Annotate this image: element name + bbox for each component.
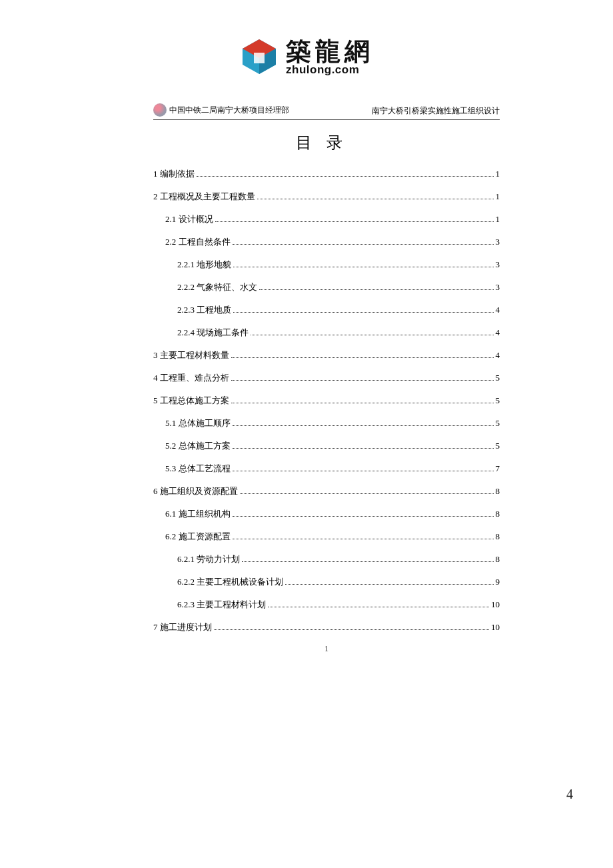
toc-row: 5.1 总体施工顺序5 [153,417,500,429]
toc-entry-page: 4 [496,350,500,361]
toc-entry-page: 10 [491,622,500,633]
logo-text: 築龍網 zhulong.com [286,39,374,75]
toc-entry-page: 5 [496,418,500,429]
toc-entry-label: 7 施工进度计划 [153,621,212,633]
toc-row: 6.2.3 主要工程材料计划10 [153,599,500,611]
toc-row: 6.2.2 主要工程机械设备计划9 [153,576,500,588]
org-logo-icon [153,103,167,117]
toc-row: 2.1 设计概况1 [153,213,500,225]
toc-entry-label: 2.2.2 气象特征、水文 [177,281,257,293]
toc-entry-page: 8 [496,486,500,497]
toc-leader-dots [257,192,494,199]
toc-entry-page: 4 [496,327,500,338]
site-logo: 築龍網 zhulong.com [239,37,374,77]
toc-entry-page: 8 [496,509,500,519]
toc-entry-label: 2.1 设计概况 [165,213,213,225]
toc-leader-dots [240,487,494,494]
site-header: 築龍網 zhulong.com [0,0,613,90]
toc-leader-dots [214,623,489,630]
toc-row: 2.2.1 地形地貌3 [153,259,500,271]
doc-header: 中国中铁二局南宁大桥项目经理部 南宁大桥引桥梁实施性施工组织设计 [153,103,500,120]
toc-entry-label: 6.2.1 劳动力计划 [177,553,240,565]
toc-row: 6.2.1 劳动力计划8 [153,553,500,565]
toc-entry-label: 2.2.3 工程地质 [177,304,231,316]
toc-entry-label: 2.2 工程自然条件 [165,236,231,248]
logo-cn: 築龍網 [286,39,374,64]
doc-title-right: 南宁大桥引桥梁实施性施工组织设计 [372,105,500,117]
toc-entry-page: 1 [496,191,500,202]
outer-page-number: 4 [566,787,573,802]
toc-entry-label: 5.1 总体施工顺序 [165,417,231,429]
toc-leader-dots [251,328,493,335]
doc-header-left: 中国中铁二局南宁大桥项目经理部 [153,103,289,117]
toc-entry-label: 4 工程重、难点分析 [153,372,229,384]
toc-entry-page: 9 [496,577,500,587]
toc-leader-dots [233,260,493,267]
svg-marker-3 [254,53,265,63]
toc-title: 目录 [153,132,500,153]
toc-entry-label: 3 主要工程材料数量 [153,349,229,361]
toc-entry-label: 6.2 施工资源配置 [165,531,231,543]
toc-entry-label: 6.1 施工组织机构 [165,508,231,520]
toc-leader-dots [233,237,494,245]
toc-row: 4 工程重、难点分析5 [153,372,500,384]
toc-entry-page: 10 [491,599,500,610]
logo-mark-icon [239,37,279,77]
toc-entry-label: 5.2 总体施工方案 [165,440,231,452]
toc-leader-dots [197,169,494,177]
toc-row: 2 工程概况及主要工程数量1 [153,191,500,203]
toc-entry-page: 7 [496,463,500,474]
toc-leader-dots [233,441,494,449]
logo-en: zhulong.com [286,64,374,75]
toc-entry-label: 2.2.4 现场施工条件 [177,327,249,339]
toc-leader-dots [233,419,494,426]
toc-entry-page: 3 [496,237,500,247]
toc-row: 1 编制依据1 [153,168,500,180]
toc-list: 1 编制依据12 工程概况及主要工程数量12.1 设计概况12.2 工程自然条件… [153,168,500,633]
toc-entry-page: 4 [496,305,500,315]
toc-entry-page: 1 [496,169,500,179]
inner-page-number: 1 [153,644,500,654]
toc-entry-label: 5 工程总体施工方案 [153,395,229,407]
toc-entry-label: 6.2.2 主要工程机械设备计划 [177,576,283,588]
toc-entry-page: 5 [496,441,500,451]
toc-row: 5.2 总体施工方案5 [153,440,500,452]
toc-row: 5 工程总体施工方案5 [153,395,500,407]
toc-entry-label: 6 施工组织及资源配置 [153,485,238,497]
toc-row: 2.2.2 气象特征、水文3 [153,281,500,293]
toc-row: 2.2.4 现场施工条件4 [153,327,500,339]
toc-leader-dots [242,555,493,562]
toc-row: 6.1 施工组织机构8 [153,508,500,520]
toc-entry-page: 8 [496,554,500,565]
toc-entry-label: 1 编制依据 [153,168,195,180]
toc-leader-dots [215,215,494,222]
org-name: 中国中铁二局南宁大桥项目经理部 [169,105,289,116]
toc-entry-label: 2.2.1 地形地貌 [177,259,231,271]
toc-row: 2.2.3 工程地质4 [153,304,500,316]
toc-row: 5.3 总体工艺流程7 [153,463,500,475]
toc-entry-page: 3 [496,282,500,293]
toc-leader-dots [268,600,489,607]
document-page: 中国中铁二局南宁大桥项目经理部 南宁大桥引桥梁实施性施工组织设计 目录 1 编制… [153,103,500,654]
toc-row: 7 施工进度计划10 [153,621,500,633]
toc-leader-dots [231,351,494,358]
toc-leader-dots [233,464,494,471]
toc-entry-label: 5.3 总体工艺流程 [165,463,231,475]
toc-leader-dots [233,305,493,313]
toc-row: 3 主要工程材料数量4 [153,349,500,361]
toc-leader-dots [285,577,493,585]
toc-entry-page: 5 [496,373,500,383]
toc-entry-page: 3 [496,259,500,270]
toc-leader-dots [233,509,494,517]
toc-entry-page: 1 [496,214,500,225]
toc-row: 2.2 工程自然条件3 [153,236,500,248]
toc-leader-dots [233,532,494,539]
toc-leader-dots [231,396,494,403]
toc-entry-page: 8 [496,531,500,542]
toc-leader-dots [259,283,493,290]
toc-entry-label: 2 工程概况及主要工程数量 [153,191,255,203]
toc-row: 6.2 施工资源配置8 [153,531,500,543]
toc-row: 6 施工组织及资源配置8 [153,485,500,497]
toc-entry-label: 6.2.3 主要工程材料计划 [177,599,266,611]
toc-entry-page: 5 [496,395,500,406]
